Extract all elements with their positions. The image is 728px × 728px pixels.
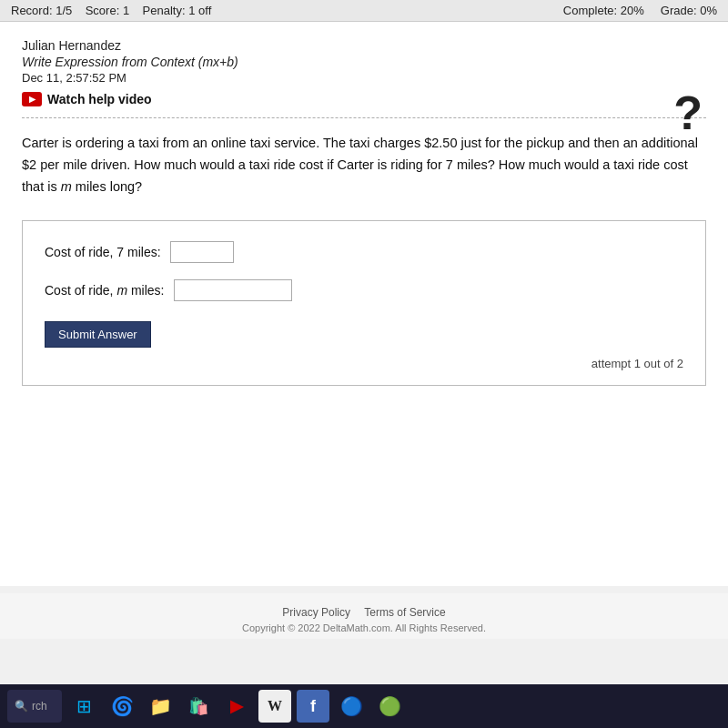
answer-row-1: Cost of ride, 7 miles: xyxy=(45,241,683,263)
penalty-label: Penalty: xyxy=(143,4,186,17)
facebook-icon[interactable]: f xyxy=(297,690,329,723)
attempt-text: attempt 1 out of 2 xyxy=(45,357,683,370)
main-content: ? Julian Hernandez Write Expression from… xyxy=(0,22,728,586)
grade-value: 0% xyxy=(700,4,717,17)
store-icon[interactable]: 🛍️ xyxy=(182,690,215,723)
chrome-alt-icon[interactable]: 🟢 xyxy=(373,690,406,723)
score-label: Score: xyxy=(86,4,120,17)
problem-text: Carter is ordering a taxi from an online… xyxy=(22,133,706,198)
footer-links: Privacy Policy Terms of Service xyxy=(0,606,728,619)
watch-help-row[interactable]: ▶ Watch help video xyxy=(22,92,706,106)
divider xyxy=(22,117,706,118)
timestamp: Dec 11, 2:57:52 PM xyxy=(22,71,706,85)
submit-button[interactable]: Submit Answer xyxy=(45,321,151,348)
taskbar-search[interactable]: 🔍 rch xyxy=(7,690,62,723)
top-bar: Record: 1/5 Score: 1 Penalty: 1 off Comp… xyxy=(0,0,728,22)
cost-7miles-label: Cost of ride, 7 miles: xyxy=(45,245,161,259)
problem-title: Write Expression from Context (mx+b) xyxy=(22,55,706,69)
taskbar: 🔍 rch ⊞ 🌀 📁 🛍️ ▶ W f xyxy=(0,684,728,728)
edge-icon[interactable]: 🌀 xyxy=(106,690,138,723)
youtube-icon: ▶ xyxy=(22,92,42,106)
answer-box: Cost of ride, 7 miles: Cost of ride, m m… xyxy=(22,220,706,386)
record-value: 1/5 xyxy=(56,4,72,17)
cost-mmiles-label: Cost of ride, m miles: xyxy=(45,283,165,298)
record-info: Record: 1/5 Score: 1 Penalty: 1 off xyxy=(11,4,211,17)
penalty-value: 1 off xyxy=(188,4,211,17)
help-symbol[interactable]: ? xyxy=(673,86,703,140)
privacy-policy-link[interactable]: Privacy Policy xyxy=(282,606,350,619)
footer-copyright: Copyright © 2022 DeltaMath.com. All Righ… xyxy=(0,622,728,633)
folder-icon[interactable]: 📁 xyxy=(144,690,177,723)
score-value: 1 xyxy=(123,4,129,17)
complete-value: 20% xyxy=(621,4,644,17)
windows-start-icon[interactable]: ⊞ xyxy=(67,690,100,723)
completion-info: Complete: 20% Grade: 0% xyxy=(563,4,717,17)
cost-mmiles-input[interactable] xyxy=(174,279,292,301)
footer: Privacy Policy Terms of Service Copyrigh… xyxy=(0,593,728,639)
student-name: Julian Hernandez xyxy=(22,38,706,53)
chrome-icon[interactable]: 🔵 xyxy=(335,690,368,723)
record-label: Record: xyxy=(11,4,53,17)
wikipedia-icon[interactable]: W xyxy=(258,690,291,723)
search-text: rch xyxy=(32,700,47,713)
grade-label: Grade: xyxy=(661,4,697,17)
search-icon: 🔍 xyxy=(15,700,28,713)
complete-label: Complete: xyxy=(563,4,617,17)
answer-row-2: Cost of ride, m miles: xyxy=(45,279,683,301)
cost-7miles-input[interactable] xyxy=(170,241,234,263)
terms-of-service-link[interactable]: Terms of Service xyxy=(364,606,445,619)
youtube-taskbar-icon[interactable]: ▶ xyxy=(220,690,253,723)
watch-help-label[interactable]: Watch help video xyxy=(47,92,152,106)
